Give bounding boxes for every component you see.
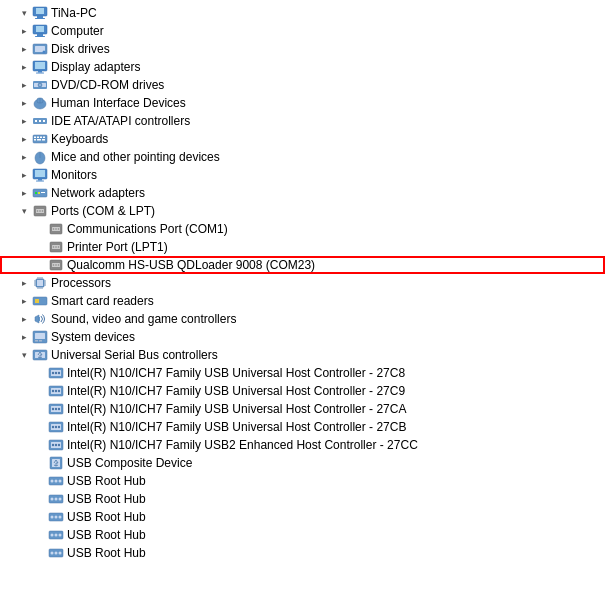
item-label-system: System devices (51, 328, 135, 346)
tree-item-ports[interactable]: ▾Ports (COM & LPT) (0, 202, 605, 220)
icon-keyboard (32, 131, 48, 147)
svg-marker-80 (35, 315, 39, 323)
tree-item-usb[interactable]: ▾Universal Serial Bus controllers (0, 346, 605, 364)
expand-placeholder (32, 509, 48, 525)
tree-item-usb5[interactable]: Intel(R) N10/ICH7 Family USB2 Enhanced H… (0, 436, 605, 454)
expand-icon-usb[interactable]: ▾ (16, 347, 32, 363)
item-label-processors: Processors (51, 274, 111, 292)
item-label-com1: Communications Port (COM1) (67, 220, 228, 238)
svg-point-117 (55, 480, 58, 483)
item-label-hid: Human Interface Devices (51, 94, 186, 112)
root-expand-icon[interactable]: ▾ (16, 5, 32, 21)
icon-network (32, 185, 48, 201)
tree-item-usbhub4[interactable]: USB Root Hub (0, 526, 605, 544)
svg-rect-81 (39, 317, 40, 321)
tree-item-system[interactable]: ▸System devices (0, 328, 605, 346)
item-label-network: Network adapters (51, 184, 145, 202)
icon-dvd (32, 77, 48, 93)
svg-point-51 (53, 228, 55, 230)
svg-point-128 (51, 534, 54, 537)
tree-item-processors[interactable]: ▸Processors (0, 274, 605, 292)
icon-usbctrl (48, 383, 64, 399)
expand-icon-disk[interactable]: ▸ (16, 41, 32, 57)
tree-item-display[interactable]: ▸Display adapters (0, 58, 605, 76)
expand-icon-ide[interactable]: ▸ (16, 113, 32, 129)
expand-icon-dvd[interactable]: ▸ (16, 77, 32, 93)
tree-item-smartcard[interactable]: ▸Smart card readers (0, 292, 605, 310)
expand-icon-computer[interactable]: ▸ (16, 23, 32, 39)
item-label-computer: Computer (51, 22, 104, 40)
svg-point-106 (55, 426, 57, 428)
item-label-sound: Sound, video and game controllers (51, 310, 236, 328)
item-label-mice: Mice and other pointing devices (51, 148, 220, 166)
tree-item-usb4[interactable]: Intel(R) N10/ICH7 Family USB Universal H… (0, 418, 605, 436)
expand-icon-ports[interactable]: ▾ (16, 203, 32, 219)
svg-rect-24 (39, 120, 41, 122)
svg-rect-84 (35, 340, 38, 342)
expand-placeholder (32, 239, 48, 255)
expand-placeholder (32, 365, 48, 381)
tree-item-mice[interactable]: ▸Mice and other pointing devices (0, 148, 605, 166)
icon-usbctrl (48, 437, 64, 453)
svg-point-48 (42, 210, 44, 212)
tree-item-hid[interactable]: ▸Human Interface Devices (0, 94, 605, 112)
icon-ide (32, 113, 48, 129)
tree-item-usbhub3[interactable]: USB Root Hub (0, 508, 605, 526)
expand-placeholder (32, 221, 48, 237)
expand-icon-hid[interactable]: ▸ (16, 95, 32, 111)
tree-item-lpt1[interactable]: Printer Port (LPT1) (0, 238, 605, 256)
tree-item-sound[interactable]: ▸Sound, video and game controllers (0, 310, 605, 328)
svg-point-62 (55, 264, 57, 266)
expand-icon-sound[interactable]: ▸ (16, 311, 32, 327)
tree-item-network[interactable]: ▸Network adapters (0, 184, 605, 202)
tree-item-monitors[interactable]: ▸Monitors (0, 166, 605, 184)
svg-point-47 (39, 210, 41, 212)
svg-rect-3 (35, 18, 45, 19)
expand-icon-monitors[interactable]: ▸ (16, 167, 32, 183)
svg-rect-27 (34, 137, 36, 139)
icon-usbdev (48, 455, 64, 471)
svg-point-110 (52, 444, 54, 446)
svg-rect-43 (41, 192, 45, 193)
tree-item-usb2[interactable]: Intel(R) N10/ICH7 Family USB Universal H… (0, 382, 605, 400)
expand-placeholder (32, 437, 48, 453)
icon-display (32, 59, 48, 75)
expand-icon-system[interactable]: ▸ (16, 329, 32, 345)
expand-icon-smartcard[interactable]: ▸ (16, 293, 32, 309)
expand-icon-mice[interactable]: ▸ (16, 149, 32, 165)
svg-rect-14 (36, 73, 44, 74)
item-label-usb4: Intel(R) N10/ICH7 Family USB Universal H… (67, 418, 406, 436)
svg-rect-2 (37, 16, 43, 18)
tree-item-usb1[interactable]: Intel(R) N10/ICH7 Family USB Universal H… (0, 364, 605, 382)
item-label-ide: IDE ATA/ATAPI controllers (51, 112, 190, 130)
item-label-usbhub5: USB Root Hub (67, 544, 146, 562)
icon-processor (32, 275, 48, 291)
icon-usbhub (48, 491, 64, 507)
icon-port (48, 257, 64, 273)
tree-item-computer[interactable]: ▸Computer (0, 22, 605, 40)
expand-icon-display[interactable]: ▸ (16, 59, 32, 75)
item-label-usb1: Intel(R) N10/ICH7 Family USB Universal H… (67, 364, 405, 382)
icon-usbctrl (48, 401, 64, 417)
svg-point-132 (51, 552, 54, 555)
tree-item-usbhub2[interactable]: USB Root Hub (0, 490, 605, 508)
tree-item-keyboards[interactable]: ▸Keyboards (0, 130, 605, 148)
expand-icon-processors[interactable]: ▸ (16, 275, 32, 291)
tree-item-usbhub1[interactable]: USB Root Hub (0, 472, 605, 490)
item-label-usbhub3: USB Root Hub (67, 508, 146, 526)
tree-item-dvd[interactable]: ▸DVD/CD-ROM drives (0, 76, 605, 94)
svg-rect-25 (43, 120, 45, 122)
root-icon (32, 5, 48, 21)
tree-item-usbhub5[interactable]: USB Root Hub (0, 544, 605, 562)
tree-item-usbcomp[interactable]: USB Composite Device (0, 454, 605, 472)
tree-item-disk[interactable]: ▸Disk drives (0, 40, 605, 58)
svg-point-118 (59, 480, 62, 483)
tree-root[interactable]: ▾ TiNa-PC (0, 4, 605, 22)
svg-rect-28 (37, 137, 39, 139)
tree-item-usb3[interactable]: Intel(R) N10/ICH7 Family USB Universal H… (0, 400, 605, 418)
expand-icon-network[interactable]: ▸ (16, 185, 32, 201)
tree-item-qualcomm[interactable]: Qualcomm HS-USB QDLoader 9008 (COM23) (0, 256, 605, 274)
expand-icon-keyboards[interactable]: ▸ (16, 131, 32, 147)
tree-item-ide[interactable]: ▸IDE ATA/ATAPI controllers (0, 112, 605, 130)
tree-item-com1[interactable]: Communications Port (COM1) (0, 220, 605, 238)
